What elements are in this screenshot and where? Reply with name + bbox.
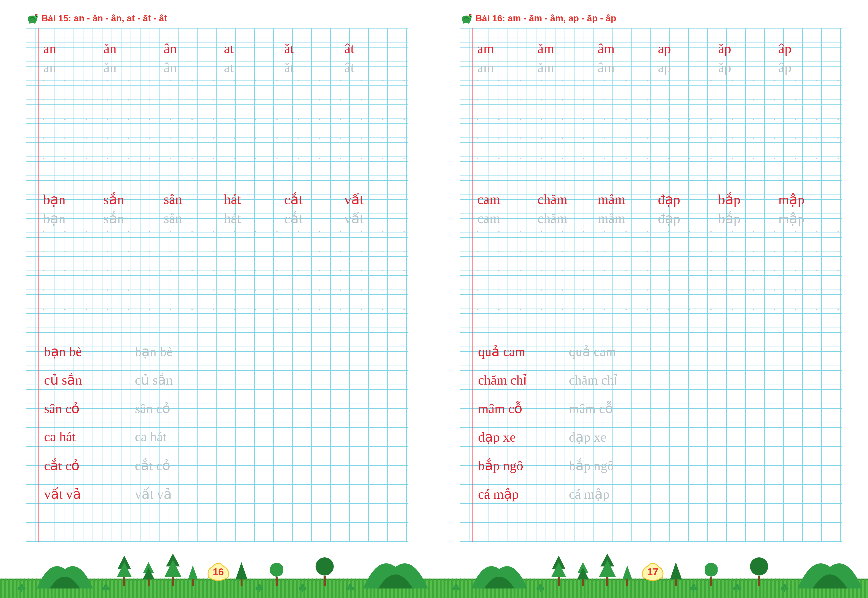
svg-rect-46 xyxy=(758,576,760,586)
syllable-trace: at xyxy=(224,60,284,76)
syllable-example: ât xyxy=(344,40,405,57)
phrase-row: bắp ngôbắp ngô xyxy=(478,457,614,473)
clover-icon xyxy=(17,584,26,592)
phrase-example: cắt cỏ xyxy=(44,457,135,473)
svg-point-28 xyxy=(270,563,283,577)
svg-rect-87 xyxy=(784,589,785,592)
syllable-example: ăm xyxy=(537,40,598,57)
word-row-trace: camchămmâmđạpbắpmập xyxy=(477,211,839,227)
phrase-row: củ sắncủ sắn xyxy=(44,372,173,388)
syllable-trace: ân xyxy=(164,60,224,76)
svg-point-66 xyxy=(350,587,354,590)
word-trace: sân xyxy=(164,211,224,227)
svg-point-49 xyxy=(18,587,21,590)
syllable-example: âm xyxy=(598,40,658,57)
syllable-row-trace: anănânatătât xyxy=(43,60,405,76)
syllable-row-red: amămâmapăpâp xyxy=(477,40,839,57)
svg-rect-23 xyxy=(192,579,194,586)
phrase-trace: cá mập xyxy=(569,486,609,502)
svg-marker-43 xyxy=(670,562,682,579)
phrase-example: chăm chỉ xyxy=(478,372,569,388)
clover-icon xyxy=(690,584,698,592)
turtle-icon xyxy=(26,12,39,25)
svg-point-6 xyxy=(33,22,36,24)
svg-rect-59 xyxy=(259,589,260,592)
page-number: 16 xyxy=(213,566,224,578)
practice-guide-dots xyxy=(43,251,405,252)
clover-icon xyxy=(536,584,545,592)
svg-marker-19 xyxy=(143,568,154,579)
syllable-example: ap xyxy=(658,40,718,57)
svg-marker-36 xyxy=(577,568,589,579)
syllable-trace: âp xyxy=(778,60,839,76)
word-example: mập xyxy=(778,191,839,208)
svg-rect-51 xyxy=(21,589,22,592)
svg-rect-3 xyxy=(36,13,36,16)
svg-point-61 xyxy=(299,587,302,590)
hill-icon xyxy=(471,556,527,589)
lesson-title: Bài 16: am - ăm - âm, ap - ăp - âp xyxy=(476,13,616,24)
svg-point-2 xyxy=(36,16,37,16)
tree-icon xyxy=(188,565,198,586)
svg-point-78 xyxy=(694,587,698,590)
svg-point-82 xyxy=(738,587,741,590)
phrase-trace: mâm cỗ xyxy=(569,401,613,416)
word-example: đạp xyxy=(658,191,718,208)
svg-marker-16 xyxy=(117,562,132,577)
phrase-trace: quả cam xyxy=(569,344,616,359)
clover-icon xyxy=(733,584,741,592)
svg-point-53 xyxy=(102,587,105,590)
clover-icon xyxy=(452,584,460,592)
word-trace: cắt xyxy=(284,211,344,227)
practice-guide-dots xyxy=(477,251,839,252)
syllable-trace: ăn xyxy=(103,60,164,76)
clover-icon xyxy=(298,584,307,592)
phrase-row: chăm chỉchăm chỉ xyxy=(478,372,618,388)
syllable-row-red: anănânatătât xyxy=(43,40,405,57)
clover-icon xyxy=(780,584,789,592)
word-example: sân xyxy=(164,191,224,208)
practice-guide-dots xyxy=(43,99,405,101)
tree-icon xyxy=(705,561,718,586)
practice-guide-dots xyxy=(477,119,839,120)
word-trace: mâm xyxy=(598,211,658,227)
word-example: sắn xyxy=(103,191,164,208)
phrase-trace: đạp xe xyxy=(569,429,606,445)
page-right: Bài 16: am - ăm - âm, ap - ăp - âp amămâ… xyxy=(434,0,868,553)
practice-guide-dots xyxy=(43,80,405,81)
svg-point-81 xyxy=(733,587,736,590)
phrase-example: củ sắn xyxy=(44,372,135,388)
svg-point-47 xyxy=(750,558,768,576)
word-row-red: bạnsắnsânhátcắtvất xyxy=(43,191,405,208)
syllable-trace: ap xyxy=(658,60,718,76)
svg-point-73 xyxy=(536,587,540,590)
phrase-example: đạp xe xyxy=(478,429,569,445)
svg-marker-11 xyxy=(470,13,472,15)
svg-point-65 xyxy=(346,587,350,590)
tree-icon xyxy=(551,556,566,586)
phrase-example: bắp ngô xyxy=(478,457,569,473)
svg-marker-41 xyxy=(623,565,632,579)
svg-rect-10 xyxy=(470,13,470,16)
phrase-trace: chăm chỉ xyxy=(569,372,618,388)
phrase-row: sân cỏsân cỏ xyxy=(44,401,170,416)
phrase-example: quả cam xyxy=(478,344,569,359)
lesson-header: Bài 15: an - ăn - ân, at - ăt - ât xyxy=(26,11,408,26)
workbook-spread: Bài 15: an - ăn - ân, at - ăt - ât anănâ… xyxy=(0,0,868,553)
phrase-example: mâm cỗ xyxy=(478,401,569,416)
syllable-trace: am xyxy=(477,60,537,76)
page-left: Bài 15: an - ăn - ân, at - ăt - ât anănâ… xyxy=(0,0,434,553)
phrase-trace: củ sắn xyxy=(135,372,173,388)
word-row-red: camchămmâmđạpbắpmập xyxy=(477,191,839,208)
svg-marker-4 xyxy=(36,13,38,15)
svg-point-57 xyxy=(256,587,259,590)
practice-guide-dots xyxy=(43,138,405,139)
word-trace: vất xyxy=(344,211,405,227)
syllable-trace: ăt xyxy=(284,60,344,76)
svg-rect-79 xyxy=(693,589,694,592)
syllable-trace: ăm xyxy=(537,60,598,76)
practice-guide-dots xyxy=(43,309,405,310)
word-example: cam xyxy=(477,191,537,208)
phrase-trace: vất vả xyxy=(135,486,172,502)
page-number-badge: 16 xyxy=(207,562,230,582)
